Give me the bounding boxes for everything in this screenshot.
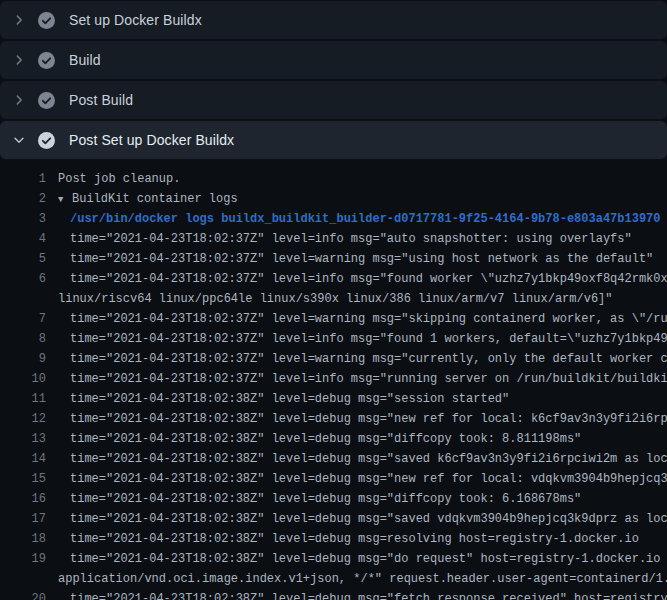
log-line-text: time="2021-04-23T18:02:38Z" level=debug … — [58, 529, 639, 549]
log-line-text: time="2021-04-23T18:02:38Z" level=debug … — [58, 549, 667, 569]
log-line-text: time="2021-04-23T18:02:37Z" level=info m… — [58, 269, 667, 289]
log-line-number[interactable]: 17 — [0, 509, 46, 529]
log-line: 8time="2021-04-23T18:02:37Z" level=info … — [0, 329, 667, 349]
log-line-text: time="2021-04-23T18:02:38Z" level=debug … — [58, 489, 581, 509]
log-panel: 1Post job cleanup.2▼BuildKit container l… — [0, 161, 667, 600]
log-group-label: BuildKit container logs — [72, 192, 238, 206]
log-line: 11time="2021-04-23T18:02:38Z" level=debu… — [0, 389, 667, 409]
check-circle-icon — [38, 52, 55, 69]
step-label: Build — [69, 52, 101, 68]
log-line-number[interactable]: 8 — [0, 329, 46, 349]
log-line: 14time="2021-04-23T18:02:38Z" level=debu… — [0, 449, 667, 469]
log-line: application/vnd.oci.image.index.v1+json,… — [0, 569, 667, 589]
log-line: 15time="2021-04-23T18:02:38Z" level=debu… — [0, 469, 667, 489]
log-line: 19time="2021-04-23T18:02:38Z" level=debu… — [0, 549, 667, 569]
log-line-text: time="2021-04-23T18:02:37Z" level=info m… — [58, 329, 667, 349]
log-line-number[interactable]: 19 — [0, 549, 46, 569]
log-line: 10time="2021-04-23T18:02:37Z" level=info… — [0, 369, 667, 389]
steps-list: Set up Docker BuildxBuildPost BuildPost … — [0, 0, 667, 159]
step-row-post-build[interactable]: Post Build — [0, 81, 667, 119]
check-circle-icon — [38, 92, 55, 109]
chevron-right-icon[interactable] — [12, 92, 26, 108]
log-line-number[interactable]: 3 — [0, 209, 46, 229]
log-line-text: linux/riscv64 linux/ppc64le linux/s390x … — [58, 289, 613, 309]
log-line-number[interactable]: 5 — [0, 249, 46, 269]
log-line-text: Post job cleanup. — [58, 169, 180, 189]
log-line: 4time="2021-04-23T18:02:37Z" level=info … — [0, 229, 667, 249]
log-line: linux/riscv64 linux/ppc64le linux/s390x … — [0, 289, 667, 309]
log-line-number[interactable]: 18 — [0, 529, 46, 549]
step-row-build[interactable]: Build — [0, 41, 667, 79]
log-line-number[interactable]: 12 — [0, 409, 46, 429]
log-line-text: time="2021-04-23T18:02:37Z" level=info m… — [58, 229, 632, 249]
log-line-text: time="2021-04-23T18:02:38Z" level=debug … — [58, 589, 667, 600]
log-line-number[interactable]: 20 — [0, 589, 46, 600]
log-line-number[interactable]: 10 — [0, 369, 46, 389]
step-label: Post Build — [69, 92, 133, 108]
log-line-text: time="2021-04-23T18:02:37Z" level=info m… — [58, 369, 667, 389]
log-line-text: application/vnd.oci.image.index.v1+json,… — [58, 569, 667, 589]
log-line-number[interactable]: 16 — [0, 489, 46, 509]
step-label: Set up Docker Buildx — [69, 12, 202, 28]
log-line-number[interactable]: 2 — [0, 189, 46, 209]
log-line-number[interactable]: 14 — [0, 449, 46, 469]
log-line-number — [0, 289, 46, 309]
log-line-number[interactable]: 4 — [0, 229, 46, 249]
actions-log-viewer: Set up Docker BuildxBuildPost BuildPost … — [0, 0, 667, 600]
log-line-number[interactable]: 7 — [0, 309, 46, 329]
log-line-number — [0, 569, 46, 589]
log-command-text: /usr/bin/docker logs buildx_buildkit_bui… — [58, 209, 661, 229]
log-line-text: ▼BuildKit container logs — [58, 189, 238, 209]
log-line: 5time="2021-04-23T18:02:37Z" level=warni… — [0, 249, 667, 269]
log-line-text: time="2021-04-23T18:02:37Z" level=warnin… — [58, 309, 667, 329]
log-line: 3/usr/bin/docker logs buildx_buildkit_bu… — [0, 209, 667, 229]
check-circle-icon — [38, 132, 55, 149]
log-line-number[interactable]: 9 — [0, 349, 46, 369]
log-line-text: time="2021-04-23T18:02:38Z" level=debug … — [58, 389, 509, 409]
log-line-number[interactable]: 1 — [0, 169, 46, 189]
log-line: 18time="2021-04-23T18:02:38Z" level=debu… — [0, 529, 667, 549]
log-line: 6time="2021-04-23T18:02:37Z" level=info … — [0, 269, 667, 289]
log-line: 12time="2021-04-23T18:02:38Z" level=debu… — [0, 409, 667, 429]
check-circle-icon — [38, 12, 55, 29]
log-line: 9time="2021-04-23T18:02:37Z" level=warni… — [0, 349, 667, 369]
chevron-right-icon[interactable] — [12, 12, 26, 28]
log-line: 20time="2021-04-23T18:02:38Z" level=debu… — [0, 589, 667, 600]
step-label: Post Set up Docker Buildx — [69, 132, 234, 148]
log-line: 7time="2021-04-23T18:02:37Z" level=warni… — [0, 309, 667, 329]
log-line-text: time="2021-04-23T18:02:38Z" level=debug … — [58, 429, 581, 449]
log-line-number[interactable]: 11 — [0, 389, 46, 409]
step-row-set-up-docker-buildx[interactable]: Set up Docker Buildx — [0, 1, 667, 39]
chevron-down-icon[interactable] — [12, 132, 26, 148]
log-line: 16time="2021-04-23T18:02:38Z" level=debu… — [0, 489, 667, 509]
step-row-post-set-up-docker-buildx[interactable]: Post Set up Docker Buildx — [0, 121, 667, 159]
log-line-text: time="2021-04-23T18:02:37Z" level=warnin… — [58, 249, 653, 269]
log-line-number[interactable]: 15 — [0, 469, 46, 489]
log-line: 2▼BuildKit container logs — [0, 189, 667, 209]
log-line-number[interactable]: 13 — [0, 429, 46, 449]
log-line-text: time="2021-04-23T18:02:38Z" level=debug … — [58, 509, 667, 529]
log-line-number[interactable]: 6 — [0, 269, 46, 289]
collapse-triangle-icon[interactable]: ▼ — [58, 190, 72, 209]
chevron-right-icon[interactable] — [12, 52, 26, 68]
log-line-text: time="2021-04-23T18:02:38Z" level=debug … — [58, 449, 667, 469]
log-line: 1Post job cleanup. — [0, 169, 667, 189]
log-line-text: time="2021-04-23T18:02:38Z" level=debug … — [58, 469, 667, 489]
log-line: 13time="2021-04-23T18:02:38Z" level=debu… — [0, 429, 667, 449]
log-line-text: time="2021-04-23T18:02:38Z" level=debug … — [58, 409, 667, 429]
log-line: 17time="2021-04-23T18:02:38Z" level=debu… — [0, 509, 667, 529]
log-line-text: time="2021-04-23T18:02:37Z" level=warnin… — [58, 349, 667, 369]
